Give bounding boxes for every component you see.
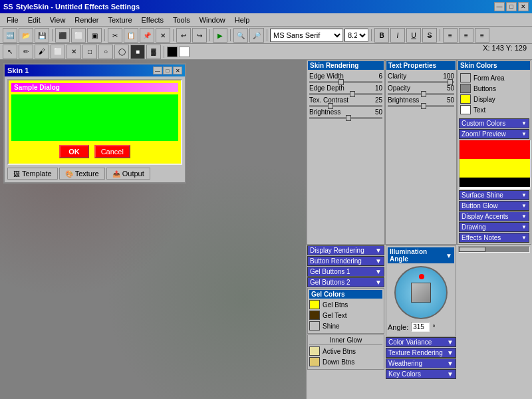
sample-ok-button[interactable]: OK [59, 145, 89, 158]
pencil-tool[interactable]: ✏ [19, 45, 33, 59]
weathering-dropdown[interactable]: Weathering ▼ [386, 358, 456, 368]
menu-help[interactable]: Help [231, 15, 254, 25]
tb-btn3[interactable]: ▣ [87, 28, 102, 43]
brightness-thumb[interactable] [346, 115, 351, 121]
edge-depth-thumb[interactable] [350, 91, 355, 97]
tb-zoom[interactable]: 🔍 [233, 28, 248, 43]
menu-edit[interactable]: Edit [24, 15, 45, 25]
play-button[interactable]: ▶ [213, 28, 227, 43]
texture-tab[interactable]: 🎨 Texture [59, 168, 105, 180]
align-left[interactable]: ≡ [443, 28, 458, 43]
edge-depth-slider[interactable] [309, 93, 382, 95]
gel-buttons2-dropdown[interactable]: Gel Buttons 2 ▼ [307, 277, 384, 287]
save-button[interactable]: 💾 [35, 28, 49, 43]
workspace[interactable]: Skin 1 — □ ✕ Sample Dialog OK Cancel [0, 60, 306, 399]
eraser-tool[interactable]: ⬜ [51, 45, 65, 59]
skin-minimize[interactable]: — [153, 66, 162, 74]
tex-contrast-thumb[interactable] [328, 103, 333, 109]
delete-button[interactable]: ✕ [156, 28, 170, 43]
close-button[interactable]: ✕ [518, 2, 529, 11]
tb-zoom2[interactable]: 🔎 [249, 28, 264, 43]
clarity-thumb[interactable] [448, 79, 453, 85]
brightness-slider[interactable] [309, 117, 382, 119]
color-black[interactable] [167, 47, 178, 57]
custom-colors-dropdown[interactable]: Custom Colors ▼ [459, 118, 529, 128]
buttons-swatch[interactable] [460, 84, 471, 93]
display-swatch[interactable] [460, 94, 471, 104]
new-button[interactable]: 🆕 [3, 28, 17, 43]
oval-tool[interactable]: ◯ [114, 45, 129, 59]
tex-contrast-slider[interactable] [309, 105, 382, 107]
undo-button[interactable]: ↩ [176, 28, 191, 43]
gradient-tool[interactable]: ▓ [146, 45, 161, 59]
opacity-slider[interactable] [388, 93, 454, 95]
sample-cancel-button[interactable]: Cancel [94, 145, 130, 158]
menu-tools[interactable]: Tools [169, 15, 194, 25]
opacity-thumb[interactable] [421, 91, 426, 97]
angle-input[interactable] [411, 322, 430, 332]
preview-scroll-thumb[interactable] [459, 247, 485, 252]
color-variance-dropdown[interactable]: Color Variance ▼ [386, 337, 456, 347]
button-rendering-dropdown[interactable]: Button Rendering ▼ [307, 256, 384, 266]
skin-close[interactable]: ✕ [173, 66, 182, 74]
rect-tool[interactable]: □ [82, 45, 97, 59]
gel-text-swatch[interactable] [309, 311, 320, 320]
font-size-select[interactable]: 8.25 [344, 29, 368, 42]
skin-maximize[interactable]: □ [163, 66, 172, 74]
tp-brightness-slider[interactable] [388, 105, 454, 107]
menu-render[interactable]: Render [70, 15, 102, 25]
zoom-preview-dropdown[interactable]: Zoom/ Preview ▼ [459, 129, 529, 139]
display-accents-dropdown[interactable]: Display Accents ▼ [459, 211, 529, 221]
fill-rect[interactable]: ■ [130, 45, 145, 59]
button-glow-dropdown[interactable]: Button Glow ▼ [459, 201, 529, 211]
menu-view[interactable]: View [46, 15, 70, 25]
tb-btn2[interactable]: ⬜ [71, 28, 86, 43]
illumination-dial[interactable] [394, 266, 448, 319]
active-btns-swatch[interactable] [309, 346, 320, 356]
italic-button[interactable]: I [390, 28, 405, 43]
menu-effects[interactable]: Effects [138, 15, 168, 25]
minimize-button[interactable]: — [494, 2, 505, 11]
effects-notes-dropdown[interactable]: Effects Notes ▼ [459, 233, 529, 243]
clarity-slider[interactable] [388, 81, 454, 83]
bold-button[interactable]: B [374, 28, 389, 43]
output-tab[interactable]: 📤 Output [106, 168, 150, 180]
cut-button[interactable]: ✂ [108, 28, 122, 43]
key-colors-dropdown[interactable]: Key Colors ▼ [386, 369, 456, 379]
template-tab[interactable]: 🖼 Template [7, 168, 58, 180]
shine-swatch[interactable] [309, 321, 320, 331]
paste-button[interactable]: 📌 [140, 28, 154, 43]
underline-button[interactable]: U [406, 28, 421, 43]
drawing-dropdown[interactable]: Drawing ▼ [459, 222, 529, 232]
redo-button[interactable]: ↪ [192, 28, 207, 43]
text-swatch[interactable] [460, 105, 471, 114]
align-right[interactable]: ≡ [475, 28, 489, 43]
texture-rendering-dropdown[interactable]: Texture Rendering ▼ [386, 348, 456, 358]
gel-btns-swatch[interactable] [309, 300, 320, 309]
arrow-tool[interactable]: ↖ [3, 45, 17, 59]
preview-scroll[interactable] [458, 246, 530, 253]
menu-file[interactable]: File [3, 15, 23, 25]
strikethrough-button[interactable]: S [422, 28, 437, 43]
circle-tool[interactable]: ○ [98, 45, 113, 59]
open-button[interactable]: 📂 [19, 28, 33, 43]
edge-width-slider[interactable] [309, 81, 382, 83]
color-white[interactable] [179, 47, 190, 57]
edge-width-thumb[interactable] [338, 79, 344, 85]
skin-title-bar[interactable]: Skin 1 — □ ✕ [5, 65, 185, 76]
surface-shine-dropdown[interactable]: Surface Shine ▼ [459, 190, 529, 200]
menu-texture[interactable]: Texture [104, 15, 136, 25]
down-btns-swatch[interactable] [309, 357, 320, 366]
font-select[interactable]: MS Sans Serif [270, 29, 343, 42]
tb-btn1[interactable]: ⬛ [55, 28, 70, 43]
delete-tool[interactable]: ✕ [66, 45, 81, 59]
maximize-button[interactable]: □ [506, 2, 517, 11]
menu-window[interactable]: Window [196, 15, 229, 25]
tp-brightness-thumb[interactable] [421, 103, 426, 109]
form-area-swatch[interactable] [460, 73, 471, 82]
align-center[interactable]: ≡ [459, 28, 473, 43]
brush-tool[interactable]: 🖌 [35, 45, 49, 59]
display-rendering-dropdown[interactable]: Display Rendering ▼ [307, 245, 384, 255]
gel-buttons1-dropdown[interactable]: Gel Buttons 1 ▼ [307, 267, 384, 277]
copy-button[interactable]: 📋 [124, 28, 138, 43]
